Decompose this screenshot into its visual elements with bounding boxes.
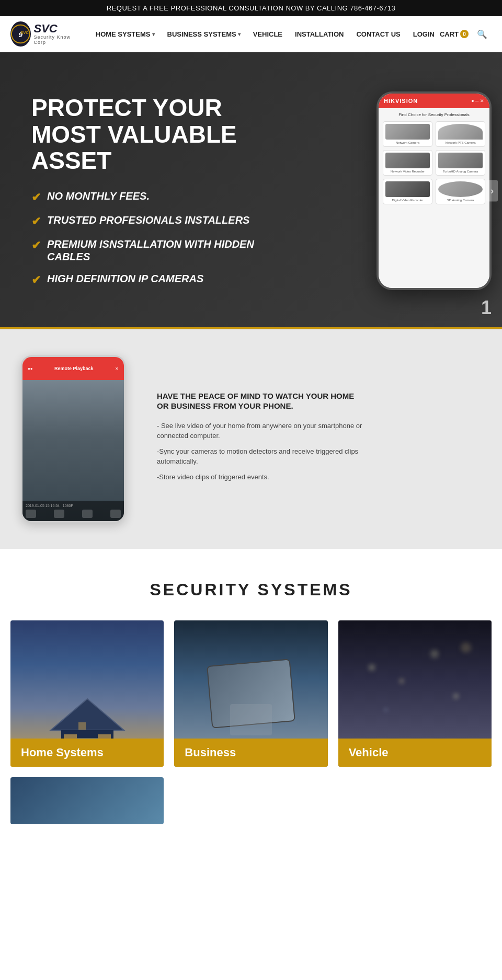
list-item-text: TRUSTED PROFESIONALS INSTALLERS — [47, 214, 249, 226]
phone-brand: HIKVISION — [384, 98, 418, 104]
phone-screen: HIKVISION ● ─ ✕ Find Choice for Security… — [379, 94, 489, 288]
watch-phone-body: 2019-01-05 15:16:54 1080P — [22, 380, 124, 521]
phone-item: SD Analog Camera — [436, 179, 485, 204]
watch-section: ●● Remote Playback ✕ 2019-01-05 15:16:54… — [0, 329, 502, 549]
phone-item-label: Network PTZ Camera — [438, 141, 483, 144]
phone-item-label: TurboHD Analog Camera — [438, 170, 483, 173]
watch-bullet-1: - See live video of your home from anywh… — [157, 421, 366, 441]
card-label-home: Home Systems — [10, 739, 164, 767]
chevron-down-icon: ▾ — [238, 31, 241, 37]
phone-body: Find Choice for Security Professionals N… — [379, 108, 489, 288]
hero-bottom-bar — [0, 327, 502, 329]
list-item-text: HIGH DEFINITION IP CAMERAS — [47, 272, 203, 285]
watch-control-btn[interactable] — [110, 510, 121, 518]
hero-slide-number: 1 — [481, 297, 492, 319]
nav-installation[interactable]: INSTALLATION — [290, 26, 349, 42]
watch-heading: HAVE THE PEACE OF MIND TO WATCH YOUR HOM… — [157, 391, 366, 411]
checkmark-icon: ✔ — [31, 215, 41, 228]
nav-business-systems[interactable]: BUSINESS SYSTEMS ▾ — [162, 26, 246, 42]
phone-item-label: Digital Video Recorder — [385, 199, 430, 202]
watch-control-btn[interactable] — [54, 510, 64, 518]
watch-phone-title: Remote Playback — [54, 366, 94, 371]
hero-phone-mockup: HIKVISION ● ─ ✕ Find Choice for Security… — [376, 91, 492, 290]
nav-right: CART 0 🔍 — [440, 27, 492, 41]
list-item: ✔ HIGH DEFINITION IP CAMERAS — [31, 272, 261, 287]
phone-item-image — [438, 124, 483, 140]
cart-label: CART — [440, 30, 459, 38]
phone-item-label: SD Analog Camera — [438, 199, 483, 202]
list-item-text: PREMIUM ISNSTALLATION WITH HIDDEN CABLES — [47, 238, 261, 263]
phone-header: HIKVISION ● ─ ✕ — [379, 94, 489, 108]
system-card-partial-install[interactable] — [10, 777, 164, 824]
system-card-business[interactable]: Business — [174, 620, 327, 767]
nav-vehicle[interactable]: VEHICLE — [248, 26, 288, 42]
list-item-text: NO MONTHLY FEES. — [47, 190, 150, 202]
phone-item: Network Video Recorder — [383, 150, 432, 176]
watch-control-btn[interactable] — [82, 510, 93, 518]
list-item: ✔ TRUSTED PROFESIONALS INSTALLERS — [31, 214, 261, 228]
phone-item-image — [385, 153, 430, 168]
phone-item: Network Camera — [383, 121, 432, 147]
card-partial-bg — [10, 777, 164, 824]
security-systems-section: SECURITY SYSTEMS Home Systems — [0, 549, 502, 845]
top-bar: REQUEST A FREE PROFESSIONAL CONSULTATION… — [0, 0, 502, 16]
hero-next-button[interactable]: › — [486, 180, 498, 202]
watch-phone-screen — [22, 380, 124, 521]
svg-rect-8 — [78, 722, 86, 730]
section-title: SECURITY SYSTEMS — [10, 580, 492, 599]
phone-item: TurboHD Analog Camera — [436, 150, 485, 176]
cart-button[interactable]: CART 0 — [440, 30, 469, 38]
nav-contact[interactable]: CONTACT US — [351, 26, 405, 42]
hero-title: PROTECT YOUR MOST VALUABLE ASSET — [31, 95, 261, 174]
hero-section: PROTECT YOUR MOST VALUABLE ASSET ✔ NO MO… — [0, 52, 502, 329]
systems-grid-bottom — [10, 777, 492, 824]
watch-phone-overlay: 2019-01-05 15:16:54 1080P — [22, 501, 124, 521]
top-bar-text: REQUEST A FREE PROFESSIONAL CONSULTATION… — [107, 4, 395, 12]
svg-text:SVC: SVC — [20, 30, 29, 35]
card-label-vehicle: Vehicle — [338, 739, 492, 767]
nav-links: HOME SYSTEMS ▾ BUSINESS SYSTEMS ▾ VEHICL… — [90, 26, 440, 42]
phone-item-image — [438, 181, 483, 197]
checkmark-icon: ✔ — [31, 273, 41, 287]
logo[interactable]: 9 SVC SVC Security Know Corp — [10, 21, 75, 47]
nav-home-systems[interactable]: HOME SYSTEMS ▾ — [90, 26, 160, 42]
phone-section-title: Find Choice for Security Professionals — [383, 112, 485, 117]
logo-icon: 9 SVC — [10, 21, 31, 47]
chevron-down-icon: ▾ — [152, 31, 155, 37]
phone-item-image — [438, 153, 483, 168]
phone-item-image — [385, 124, 430, 140]
checkmark-icon: ✔ — [31, 239, 41, 252]
watch-bullet-2: -Sync your cameras to motion detectors a… — [157, 446, 366, 467]
phone-item: Network PTZ Camera — [436, 121, 485, 147]
phone-grid: Network Camera Network PTZ Camera Networ… — [383, 121, 485, 204]
phone-device: HIKVISION ● ─ ✕ Find Choice for Security… — [376, 91, 492, 290]
list-item: ✔ PREMIUM ISNSTALLATION WITH HIDDEN CABL… — [31, 238, 261, 263]
phone-controls: ● ─ ✕ — [471, 98, 484, 103]
svg-marker-3 — [51, 699, 124, 730]
system-card-vehicle[interactable]: Vehicle — [338, 620, 492, 767]
navbar: 9 SVC SVC Security Know Corp HOME SYSTEM… — [0, 16, 502, 52]
list-item: ✔ NO MONTHLY FEES. — [31, 190, 261, 204]
watch-control-btn[interactable] — [26, 510, 36, 518]
search-button[interactable]: 🔍 — [473, 27, 492, 41]
brand-name: SVC — [34, 22, 75, 35]
system-card-home[interactable]: Home Systems — [10, 620, 164, 767]
watch-phone-header: ●● Remote Playback ✕ — [22, 357, 124, 380]
watch-content: HAVE THE PEACE OF MIND TO WATCH YOUR HOM… — [157, 391, 366, 488]
phone-item-label: Network Video Recorder — [385, 170, 430, 173]
brand-tagline: Security Know Corp — [34, 35, 75, 45]
watch-phone-controls — [26, 510, 121, 518]
search-icon: 🔍 — [477, 30, 487, 39]
phone-item-image — [385, 181, 430, 197]
systems-grid: Home Systems Business — [10, 620, 492, 767]
card-label-business: Business — [174, 739, 327, 767]
logo-text: SVC Security Know Corp — [34, 22, 75, 45]
nav-login[interactable]: LOGIN — [408, 26, 440, 42]
hero-content: PROTECT YOUR MOST VALUABLE ASSET ✔ NO MO… — [0, 74, 293, 308]
cart-badge: 0 — [460, 30, 469, 38]
watch-phone-container: ●● Remote Playback ✕ 2019-01-05 15:16:54… — [10, 355, 136, 523]
phone-item: Digital Video Recorder — [383, 179, 432, 204]
checkmark-icon: ✔ — [31, 191, 41, 204]
hero-checklist: ✔ NO MONTHLY FEES. ✔ TRUSTED PROFESIONAL… — [31, 190, 261, 287]
watch-bullet-3: -Store video clips of triggered events. — [157, 472, 366, 482]
